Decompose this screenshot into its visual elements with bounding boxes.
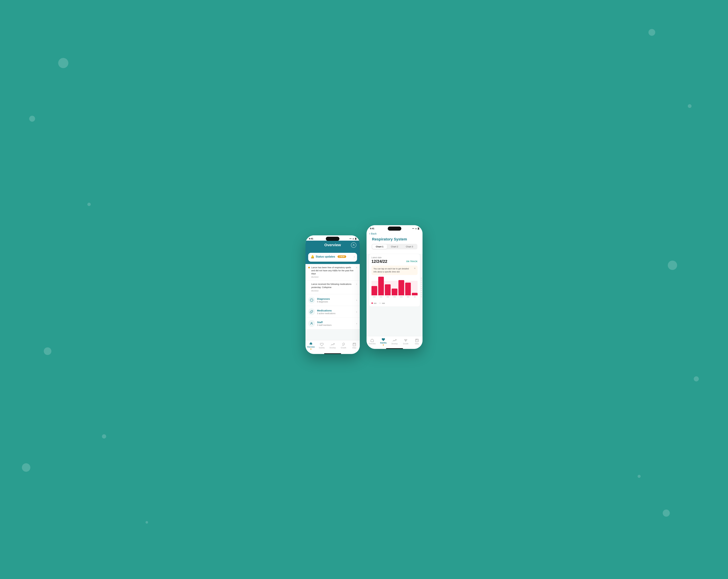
diagnoses-text: Diagnoses 8 diagnoses (317, 297, 354, 303)
right-bottom-nav: Overview Stability Develop (367, 336, 422, 347)
nav-stability-label: Stability (319, 347, 324, 349)
bar-6[interactable]: 00 (412, 293, 418, 298)
status-card[interactable]: 🔔 Status updates 1 NEW! › (308, 253, 357, 261)
chart-tab-2[interactable]: Chart 2 (387, 244, 402, 249)
left-phone: 9:41 ▪▪▪ ▲ ▓ Overview (306, 236, 360, 354)
respiratory-title: Respiratory System (369, 236, 420, 244)
bar-label-6: 00 (414, 296, 416, 298)
overview-title: Overview (314, 243, 351, 247)
news-text-1: Lance received the following medications… (311, 283, 355, 292)
left-time: 9:41 (309, 238, 313, 240)
nav-diary-label: Diary (352, 347, 356, 349)
chart-tab-3[interactable]: Chart 3 (402, 244, 417, 249)
svg-rect-7 (416, 339, 418, 342)
right-notch (388, 226, 401, 230)
left-status-icons: ▪▪▪ ▲ ▓ (349, 238, 356, 240)
news-item-0[interactable]: Lance has been free of respiratory spell… (306, 264, 360, 281)
right-nav-growth[interactable]: Growth (401, 338, 411, 344)
back-button[interactable]: ‹ Back (367, 230, 422, 236)
user-icon[interactable] (351, 242, 356, 248)
status-chevron: › (354, 255, 355, 258)
news-date-1: 05/23/22 (311, 290, 355, 292)
medications-icon-wrap (308, 308, 315, 315)
left-phone-status-bar: 9:41 ▪▪▪ ▲ ▓ (306, 236, 360, 241)
bar-chart-wrap: 000 000 000 000 (371, 277, 418, 304)
diagnoses-title: Diagnoses (317, 297, 354, 300)
news-text-0: Lance has been free of respiratory spell… (311, 266, 355, 279)
nav-growth[interactable]: Growth (339, 342, 348, 349)
news-dot (308, 267, 310, 268)
bar-label-2: 000 (387, 296, 389, 298)
left-app-header: Overview (306, 241, 360, 250)
phones-container: 9:41 ▪▪▪ ▲ ▓ Overview (306, 225, 422, 354)
right-nav-diary[interactable]: Diary (412, 338, 422, 344)
right-home-indicator (386, 348, 403, 349)
bar-label-3: 000 (393, 296, 396, 298)
medications-sub: 3 active medications (317, 312, 354, 315)
right-nav-overview[interactable]: Overview (368, 338, 377, 344)
right-phone: 9:41 ▪▪▪ ▲ ▓ ‹ Back Respiratory System C… (367, 225, 422, 349)
chart-legend: xxx xxx (371, 302, 418, 304)
news-chevron-0: › (356, 266, 357, 269)
on-track-badge: ON TRACK (406, 260, 418, 263)
staff-item[interactable]: Staff 3 staff members › (306, 318, 360, 329)
staff-title: Staff (317, 321, 354, 324)
right-time: 9:41 (370, 227, 374, 230)
nav-growth-label: Growth (341, 347, 346, 349)
latest-date: 12/24/22 (371, 259, 387, 264)
bell-icon: 🔔 (311, 255, 314, 258)
right-battery-icon: ▓ (418, 227, 419, 229)
back-chevron-icon: ‹ (369, 232, 370, 236)
diagnoses-item[interactable]: Diagnoses 8 diagnoses › (306, 294, 360, 306)
medications-title: Medications (317, 309, 354, 312)
left-home-indicator (324, 353, 341, 354)
legend-label-1: xxx (382, 302, 385, 304)
staff-chevron: › (356, 322, 357, 325)
right-phone-content: Latest date 12/24/22 ON TRACK You can ta… (367, 254, 422, 336)
legend-dot-0 (371, 302, 373, 304)
chart-card: Latest date 12/24/22 ON TRACK You can ta… (369, 254, 420, 307)
right-nav-stability-label: Stability (380, 342, 387, 344)
wifi-icon: ▲ (352, 238, 354, 240)
bar-label-0: 000 (373, 296, 375, 298)
nav-develop[interactable]: Develop (328, 342, 337, 349)
bar-chart: 000 000 000 000 (371, 277, 418, 301)
nav-diary[interactable]: Diary (350, 342, 359, 349)
highlight-band (371, 281, 418, 293)
tip-close-button[interactable]: × (414, 267, 416, 270)
bar-label-4: 000 (400, 296, 402, 298)
news-chevron-1: › (356, 283, 357, 285)
right-nav-stability[interactable]: Stability (379, 338, 388, 346)
battery-icon: ▓ (355, 238, 356, 240)
right-status-icons: ▪▪▪ ▲ ▓ (412, 227, 419, 229)
bar-segment-6 (412, 293, 418, 295)
chart-tab-1[interactable]: Chart 1 (372, 244, 387, 249)
news-item-1[interactable]: Lance received the following medications… (306, 281, 360, 294)
signal-icon: ▪▪▪ (349, 238, 352, 240)
legend-label-0: xxx (374, 302, 376, 304)
svg-point-3 (311, 323, 312, 324)
nav-overview-label: Overview (307, 346, 315, 348)
y-axis: 0000000000 (421, 277, 422, 298)
right-phone-status-bar: 9:41 ▪▪▪ ▲ ▓ (367, 225, 422, 230)
status-card-bg: 🔔 Status updates 1 NEW! › (306, 250, 360, 264)
chart-tabs: Chart 1 Chart 2 Chart 3 (372, 244, 417, 249)
legend-line-1 (379, 303, 381, 303)
left-phone-content: 🔔 Status updates 1 NEW! › Lance has been… (306, 250, 360, 340)
right-signal-icon: ▪▪▪ (412, 227, 414, 229)
news-date-0: 05/23/22 (311, 276, 355, 278)
new-badge: 1 NEW! (338, 255, 346, 258)
nav-develop-label: Develop (330, 347, 336, 349)
nav-overview[interactable]: Overview (306, 342, 316, 350)
left-notch (326, 237, 339, 241)
nav-stability[interactable]: Stability (317, 342, 327, 349)
legend-item-0: xxx (371, 302, 376, 304)
staff-sub: 3 staff members (317, 324, 354, 326)
svg-rect-4 (353, 343, 356, 346)
right-nav-develop[interactable]: Develop (390, 338, 399, 344)
legend-item-1: xxx (379, 302, 385, 304)
status-title: Status updates (316, 255, 335, 258)
medications-item[interactable]: Medications 3 active medications › (306, 306, 360, 318)
svg-point-0 (353, 244, 354, 245)
medications-chevron: › (356, 310, 357, 313)
